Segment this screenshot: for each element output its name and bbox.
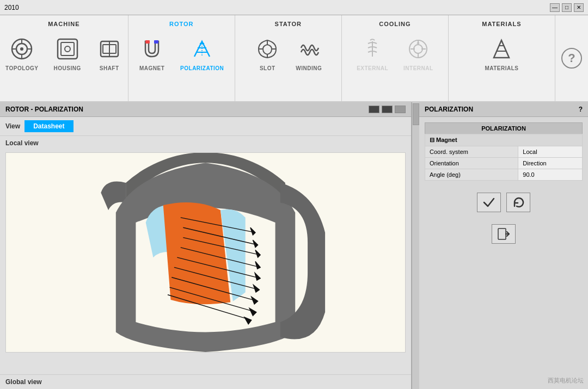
confirm-button[interactable] [477, 193, 501, 212]
svg-rect-8 [61, 42, 74, 55]
nav-item-winding[interactable]: WINDING [290, 33, 327, 75]
view-tabs: View Datasheet [0, 117, 411, 136]
table-cell-label-coordsystem: Coord. system [425, 146, 518, 158]
panel-view-icons [369, 106, 406, 113]
nav-item-slot[interactable]: SLOT [249, 33, 286, 75]
winding-icon [296, 36, 322, 62]
topology-icon [9, 36, 35, 62]
title-bar: 2010 — □ ✕ [0, 0, 588, 15]
view-icon-2[interactable] [382, 106, 393, 113]
table-group-label: ⊟ Magnet [425, 134, 583, 146]
internal-label: INTERNAL [403, 65, 433, 71]
nav-item-shaft[interactable]: SHAFT [91, 33, 128, 75]
nav-item-housing[interactable]: HOUSING [48, 33, 87, 75]
table-cell-label-orientation: Orientation [425, 158, 518, 169]
polarization-table: ⊟ Magnet Coord. system Local Orientation… [425, 134, 583, 181]
topology-label: TOPOLOGY [5, 65, 39, 71]
winding-label: WINDING [296, 65, 322, 71]
nav-section-machine-title: MACHINE [48, 18, 79, 27]
reset-button[interactable] [506, 193, 530, 212]
nav-item-materials[interactable]: MATERIALS [479, 33, 524, 75]
nav-section-rotor-items: MAGNET POLARIZATION [133, 33, 229, 98]
table-cell-value-angle[interactable]: 90.0 [518, 169, 583, 181]
nav-item-magnet[interactable]: MAGNET [133, 33, 170, 75]
svg-rect-14 [154, 40, 158, 44]
top-navigation: MACHINE TOPOLOGY [0, 15, 588, 102]
right-panel-title: POLARIZATION [425, 106, 473, 113]
nav-item-internal[interactable]: INTERNAL [398, 33, 439, 75]
table-row: Coord. system Local [425, 146, 583, 158]
view-content: Local view [0, 136, 411, 374]
svg-rect-38 [498, 229, 506, 239]
motor-diagram-canvas [5, 152, 406, 353]
close-button[interactable]: ✕ [574, 3, 584, 12]
export-button-area [419, 219, 588, 249]
table-group-row: ⊟ Magnet [425, 134, 583, 146]
table-cell-value-orientation[interactable]: Direction [518, 158, 583, 169]
shaft-label: SHAFT [100, 65, 119, 71]
nav-section-stator-items: SLOT WINDING [249, 33, 327, 98]
nav-section-materials: MATERIALS MATERIALS [449, 15, 555, 101]
right-panel: POLARIZATION ? POLARIZATION ⊟ Magnet Coo… [419, 102, 588, 389]
view-icon-1[interactable] [369, 106, 379, 113]
maximize-button[interactable]: □ [562, 3, 572, 12]
local-view-label: Local view [0, 136, 411, 150]
nav-section-materials-items: MATERIALS [479, 33, 524, 98]
nav-item-external[interactable]: EXTERNAL [351, 33, 394, 75]
left-panel-header: ROTOR - POLARIZATION [0, 102, 411, 117]
materials-icon [488, 36, 514, 62]
nav-section-stator-title: STATOR [275, 18, 302, 27]
nav-item-polarization[interactable]: POLARIZATION [175, 33, 229, 75]
materials-label: MATERIALS [485, 65, 518, 71]
nav-section-machine: MACHINE TOPOLOGY [0, 15, 128, 101]
action-buttons [419, 186, 588, 219]
polarization-table-title: POLARIZATION [425, 122, 583, 134]
polarization-table-wrapper: POLARIZATION ⊟ Magnet Coord. system Loca… [419, 117, 588, 186]
housing-icon [54, 36, 81, 62]
motor-diagram-svg [6, 153, 405, 352]
polarization-label: POLARIZATION [180, 65, 224, 71]
svg-point-9 [65, 46, 70, 52]
left-panel: ROTOR - POLARIZATION View Datasheet Loca… [0, 102, 412, 389]
help-button[interactable]: ? [555, 15, 588, 101]
slot-icon [254, 36, 280, 62]
external-label: EXTERNAL [357, 65, 388, 71]
nav-section-rotor: ROTOR MAGNET [128, 15, 235, 101]
external-icon [359, 36, 385, 62]
app-title: 2010 [4, 4, 19, 11]
nav-section-machine-items: TOPOLOGY HOUSING [0, 33, 128, 98]
table-cell-value-coordsystem[interactable]: Local [518, 146, 583, 158]
nav-section-cooling-title: COOLING [379, 18, 411, 27]
right-panel-header: POLARIZATION ? [419, 102, 588, 117]
right-panel-help[interactable]: ? [579, 106, 583, 113]
nav-section-cooling-items: EXTERNAL INTERNAL [351, 33, 438, 98]
magnet-icon [139, 36, 165, 62]
scrollbar[interactable] [412, 102, 419, 389]
svg-text:?: ? [568, 51, 575, 65]
view-icon-3[interactable] [395, 106, 406, 113]
main-area: ROTOR - POLARIZATION View Datasheet Loca… [0, 102, 588, 389]
view-label: View [5, 122, 20, 130]
table-cell-label-angle: Angle (deg) [425, 169, 518, 181]
watermark: 西莫电机论坛 [548, 376, 584, 385]
shaft-icon [96, 36, 122, 62]
right-panel-body: 西莫电机论坛 [419, 249, 588, 389]
svg-point-17 [414, 45, 422, 53]
window-controls: — □ ✕ [550, 3, 584, 12]
magnet-label: MAGNET [139, 65, 164, 71]
export-button[interactable] [492, 224, 516, 244]
slot-label: SLOT [260, 65, 275, 71]
svg-rect-13 [145, 40, 150, 44]
global-view-label: Global view [0, 374, 411, 389]
nav-section-stator: STATOR SLOT W [235, 15, 342, 101]
svg-point-2 [20, 47, 23, 51]
tab-datasheet[interactable]: Datasheet [24, 120, 73, 132]
table-row: Angle (deg) 90.0 [425, 169, 583, 181]
housing-label: HOUSING [54, 65, 81, 71]
nav-section-rotor-title: ROTOR [169, 18, 194, 27]
table-row: Orientation Direction [425, 158, 583, 169]
left-panel-title: ROTOR - POLARIZATION [5, 106, 83, 113]
nav-item-topology[interactable]: TOPOLOGY [0, 33, 44, 75]
nav-section-cooling: COOLING EXTERNAL [342, 15, 449, 101]
minimize-button[interactable]: — [550, 3, 560, 12]
